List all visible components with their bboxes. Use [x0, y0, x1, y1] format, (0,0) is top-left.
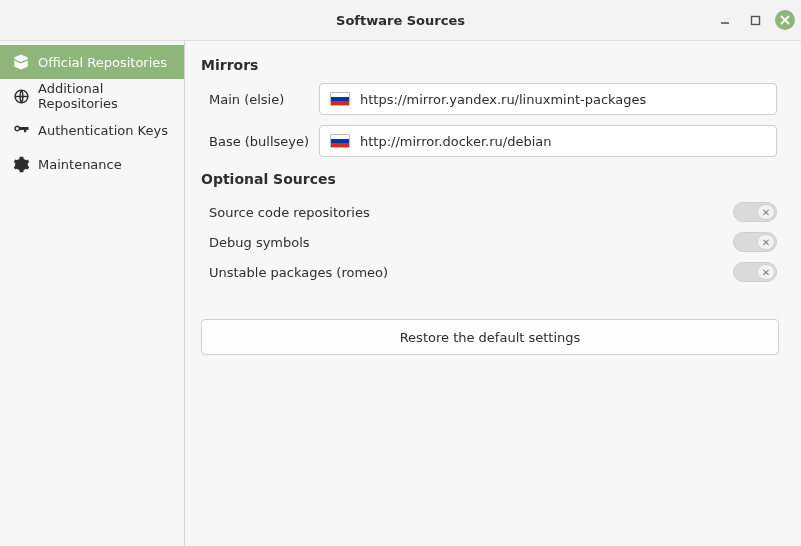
- window-body: Official Repositories Additional Reposit…: [0, 41, 801, 546]
- restore-defaults-button[interactable]: Restore the default settings: [201, 319, 779, 355]
- optional-sources-heading: Optional Sources: [201, 171, 777, 187]
- window-controls: [715, 0, 795, 40]
- box-icon: [12, 53, 30, 71]
- maximize-button[interactable]: [745, 10, 765, 30]
- mirror-base-label: Base (bullseye): [201, 134, 319, 149]
- content-area: Mirrors Main (elsie) https://mirror.yand…: [185, 41, 801, 546]
- key-icon: [12, 121, 30, 139]
- option-debug-symbols-row: Debug symbols ✕: [201, 227, 777, 257]
- mirror-base-selector[interactable]: http://mirror.docker.ru/debian: [319, 125, 777, 157]
- option-source-code-row: Source code repositories ✕: [201, 197, 777, 227]
- sidebar: Official Repositories Additional Reposit…: [0, 41, 185, 546]
- mirror-main-label: Main (elsie): [201, 92, 319, 107]
- titlebar[interactable]: Software Sources: [0, 0, 801, 41]
- close-button[interactable]: [775, 10, 795, 30]
- sidebar-item-maintenance[interactable]: Maintenance: [0, 147, 184, 181]
- option-label: Unstable packages (romeo): [209, 265, 388, 280]
- maximize-icon: [750, 15, 761, 26]
- option-source-code-toggle[interactable]: ✕: [733, 202, 777, 222]
- toggle-knob: ✕: [757, 234, 775, 250]
- close-icon: [780, 15, 790, 25]
- mirror-base-row: Base (bullseye) http://mirror.docker.ru/…: [201, 125, 777, 157]
- sidebar-item-label: Authentication Keys: [38, 123, 168, 138]
- toggle-knob: ✕: [757, 204, 775, 220]
- window: Software Sources Official Repositories: [0, 0, 801, 546]
- sidebar-item-authentication-keys[interactable]: Authentication Keys: [0, 113, 184, 147]
- sidebar-item-official-repositories[interactable]: Official Repositories: [0, 45, 184, 79]
- flag-ru-icon: [330, 134, 350, 148]
- mirror-main-selector[interactable]: https://mirror.yandex.ru/linuxmint-packa…: [319, 83, 777, 115]
- minimize-button[interactable]: [715, 10, 735, 30]
- option-unstable-packages-toggle[interactable]: ✕: [733, 262, 777, 282]
- sidebar-item-additional-repositories[interactable]: Additional Repositories: [0, 79, 184, 113]
- mirror-main-row: Main (elsie) https://mirror.yandex.ru/li…: [201, 83, 777, 115]
- window-title: Software Sources: [0, 13, 801, 28]
- restore-defaults-label: Restore the default settings: [400, 330, 581, 345]
- option-label: Debug symbols: [209, 235, 310, 250]
- option-debug-symbols-toggle[interactable]: ✕: [733, 232, 777, 252]
- gear-icon: [12, 155, 30, 173]
- sidebar-item-label: Additional Repositories: [38, 81, 172, 111]
- option-label: Source code repositories: [209, 205, 370, 220]
- globe-icon: [12, 87, 30, 105]
- svg-rect-1: [751, 16, 759, 24]
- sidebar-item-label: Maintenance: [38, 157, 122, 172]
- mirror-main-value: https://mirror.yandex.ru/linuxmint-packa…: [360, 92, 646, 107]
- sidebar-item-label: Official Repositories: [38, 55, 167, 70]
- option-unstable-packages-row: Unstable packages (romeo) ✕: [201, 257, 777, 287]
- minimize-icon: [719, 14, 731, 26]
- flag-ru-icon: [330, 92, 350, 106]
- mirrors-heading: Mirrors: [201, 57, 777, 73]
- toggle-knob: ✕: [757, 264, 775, 280]
- mirror-base-value: http://mirror.docker.ru/debian: [360, 134, 552, 149]
